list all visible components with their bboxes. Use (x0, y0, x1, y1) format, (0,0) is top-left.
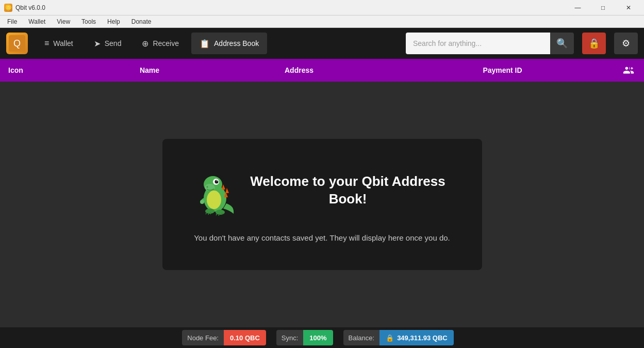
card-header: Welcome to your Qbit Address Book! (193, 165, 451, 216)
dino-mascot (193, 165, 235, 216)
lock-button[interactable]: 🔒 (582, 33, 606, 54)
balance-value: 🔒 349,311.93 QBC (379, 330, 454, 345)
maximize-button[interactable]: □ (591, 3, 615, 13)
receive-icon: ⊕ (142, 39, 148, 49)
wallet-nav-label: Wallet (53, 39, 73, 48)
close-button[interactable]: ✕ (617, 3, 640, 13)
balance-lock-icon: 🔒 (386, 334, 394, 342)
wallet-nav-button[interactable]: ≡ Wallet (36, 33, 81, 54)
title-bar: 🪙 Qbit v6.0.0 — □ ✕ (0, 0, 644, 15)
svg-point-10 (217, 180, 218, 181)
svg-point-9 (214, 180, 218, 184)
receive-nav-button[interactable]: ⊕ Receive (134, 33, 187, 54)
title-left: 🪙 Qbit v6.0.0 (4, 4, 45, 12)
main-content: Welcome to your Qbit Address Book! You d… (0, 82, 644, 327)
svg-point-13 (200, 200, 204, 204)
send-nav-label: Send (105, 39, 122, 48)
table-header: Icon Name Address Payment ID (0, 59, 644, 82)
menu-item-view[interactable]: View (52, 16, 75, 27)
svg-marker-17 (222, 184, 225, 189)
address-book-nav-button[interactable]: 📋 Address Book (191, 33, 267, 54)
nav-bar: Q ≡ Wallet ➤ Send ⊕ Receive 📋 Address Bo… (0, 28, 644, 59)
search-input[interactable] (406, 33, 550, 54)
search-button[interactable]: 🔍 (550, 33, 574, 54)
balance-label: Balance: (343, 330, 380, 345)
menu-item-help[interactable]: Help (102, 16, 125, 27)
address-book-nav-label: Address Book (214, 39, 259, 48)
welcome-title: Welcome to your Qbit Address Book! (245, 173, 451, 208)
wallet-icon: ≡ (44, 39, 49, 48)
menu-item-tools[interactable]: Tools (76, 16, 101, 27)
node-fee-label: Node Fee: (182, 330, 224, 345)
node-fee-group: Node Fee: 0.10 QBC (182, 330, 274, 345)
column-address-header: Address (206, 59, 392, 82)
send-icon: ➤ (94, 39, 101, 49)
menu-item-wallet[interactable]: Wallet (23, 16, 51, 27)
welcome-subtitle: You don't have any contacts saved yet. T… (194, 232, 450, 244)
app-logo: Q (6, 33, 28, 54)
column-payment-id-header: Payment ID (392, 59, 613, 82)
lock-icon: 🔒 (588, 38, 600, 49)
settings-icon: ⚙ (622, 38, 630, 49)
receive-nav-label: Receive (153, 39, 179, 48)
balance-group: Balance: 🔒 349,311.93 QBC (343, 330, 462, 345)
sync-group: Sync: 100% (276, 330, 341, 345)
app-title-icon: 🪙 (4, 4, 12, 12)
sync-value: 100% (303, 330, 333, 345)
status-bar: Node Fee: 0.10 QBC Sync: 100% Balance: 🔒… (0, 327, 644, 348)
svg-point-14 (207, 191, 221, 209)
add-contact-button[interactable] (613, 59, 644, 82)
menu-item-file[interactable]: File (2, 16, 22, 27)
send-nav-button[interactable]: ➤ Send (86, 33, 130, 54)
minimize-button[interactable]: — (566, 3, 589, 13)
settings-button[interactable]: ⚙ (614, 33, 638, 54)
sync-label: Sync: (276, 330, 304, 345)
window-controls: — □ ✕ (566, 3, 640, 13)
menu-item-donate[interactable]: Donate (126, 16, 157, 27)
search-container: 🔍 (406, 33, 574, 54)
menu-bar: FileWalletViewToolsHelpDonate (0, 15, 644, 28)
column-icon-header: Icon (0, 59, 93, 82)
search-icon: 🔍 (556, 38, 568, 49)
address-book-icon: 📋 (200, 39, 210, 49)
welcome-card: Welcome to your Qbit Address Book! You d… (162, 139, 482, 270)
svg-point-11 (206, 186, 208, 188)
app-title: Qbit v6.0.0 (15, 4, 45, 11)
column-name-header: Name (93, 59, 206, 82)
node-fee-value: 0.10 QBC (224, 330, 266, 345)
svg-text:Q: Q (13, 38, 21, 49)
